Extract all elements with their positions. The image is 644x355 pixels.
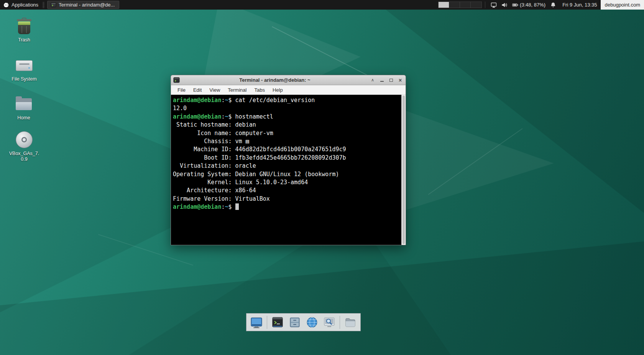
hard-drive-icon [15,56,34,74]
maximize-button[interactable] [388,77,394,83]
window-titlebar[interactable]: Terminal - arindam@debian: ~ ∧ × [171,75,406,85]
terminal-menubar: File Edit View Terminal Tabs Help [171,85,406,95]
desktop-icon-label: File System [7,76,42,82]
top-panel: Applications Terminal - arindam@de... (3… [0,0,644,10]
terminal-launcher-icon[interactable] [271,315,284,330]
file-manager-icon[interactable] [288,315,302,330]
display-icon[interactable] [490,0,498,10]
battery-label: (3:48, 87%) [520,2,545,8]
terminal-prompt-line: arindam@debian:~$ [173,203,400,211]
host-badge: debugpoint.com [601,0,644,10]
terminal-text: arindam@debian:~$ cat /etc/debian_versio… [173,96,400,245]
terminal-app-icon [51,2,56,8]
terminal-output-line: Machine ID: 446d82d2bfcd4d61b0070a247651… [173,145,400,154]
notification-bell-icon[interactable] [549,0,557,10]
terminal-content[interactable]: arindam@debian:~$ cat /etc/debian_versio… [171,95,406,245]
dock-separator [267,316,267,329]
xfce-logo-icon [3,2,9,8]
terminal-output-line: Operating System: Debian GNU/Linux 12 (b… [173,170,400,178]
trash-icon [15,17,34,35]
terminal-output-line: Static hostname: debian [173,121,400,129]
menu-file[interactable]: File [174,86,189,94]
command-text: cat /etc/debian_version [235,97,315,104]
terminal-output-line: Firmware Version: VirtualBox [173,195,400,203]
wallpaper-highlight [428,128,523,195]
desktop-wallpaper: Trash File System Home VBox_GAs_7.0.9 Te… [0,0,644,355]
terminal-output-line: Boot ID: 1fb3efdd425e4665bb726208092d307… [173,154,400,162]
terminal-prompt-line: arindam@debian:~$ hostnamectl [173,113,400,121]
terminal-output-line: Kernel: Linux 5.10.0-23-amd64 [173,178,400,187]
terminal-output-line: Virtualization: oracle [173,162,400,170]
minimize-button[interactable] [379,77,385,83]
panel-clock[interactable]: Fri 9 Jun, 13:35 [559,2,601,8]
menu-edit[interactable]: Edit [190,86,205,94]
terminal-prompt-line: arindam@debian:~$ cat /etc/debian_versio… [173,96,400,104]
workspace-2[interactable] [449,2,460,8]
terminal-app-icon [173,77,180,83]
menu-view[interactable]: View [206,86,223,94]
terminal-scrollbar[interactable] [401,95,406,245]
dock-separator [340,316,340,329]
desktop-icon-home[interactable]: Home [6,95,41,121]
shade-button[interactable]: ∧ [370,77,376,83]
cd-disc-icon [15,130,34,149]
terminal-output-line: Icon name: computer-vm [173,129,400,137]
scrollbar-thumb[interactable] [402,96,405,244]
menu-help[interactable]: Help [269,86,286,94]
workspace-switcher[interactable] [438,2,482,8]
workspace-3[interactable] [460,2,471,8]
terminal-window: Terminal - arindam@debian: ~ ∧ × File Ed… [171,75,406,245]
show-desktop-icon[interactable] [250,315,263,330]
desktop-icon-trash[interactable]: Trash [7,17,42,43]
desktop-icon-vbox-gas[interactable]: VBox_GAs_7.0.9 [7,130,42,162]
terminal-output-line: 12.0 [173,104,400,112]
bottom-dock [246,313,361,331]
web-browser-icon[interactable] [305,315,319,330]
desktop-icon-label: Home [6,115,41,121]
applications-menu-button[interactable]: Applications [0,0,41,10]
folder-launcher-icon[interactable] [343,315,357,330]
terminal-output-line: Architecture: x86-64 [173,187,400,195]
battery-indicator[interactable]: (3:48, 87%) [511,0,546,10]
volume-icon[interactable] [501,0,508,10]
applications-menu-label: Applications [12,2,38,8]
panel-separator [485,2,485,8]
close-button[interactable]: × [397,77,403,83]
system-tray: (3:48, 87%) [488,0,559,10]
taskbar-window-label: Terminal - arindam@de... [59,2,115,8]
panel-handle [42,2,45,8]
desktop-icon-file-system[interactable]: File System [7,56,42,82]
menu-terminal[interactable]: Terminal [224,86,250,94]
command-text: hostnamectl [235,113,273,120]
window-title: Terminal - arindam@debian: ~ [186,77,363,83]
desktop-icon-label: Trash [7,37,42,43]
workspace-4[interactable] [471,2,481,8]
terminal-cursor [235,203,239,210]
terminal-output-line: Chassis: vm ▤ [173,137,400,145]
menu-tabs[interactable]: Tabs [251,86,268,94]
workspace-1[interactable] [439,2,449,8]
taskbar-window-button[interactable]: Terminal - arindam@de... [47,1,119,9]
battery-icon [512,2,518,8]
app-finder-icon[interactable] [322,315,336,330]
home-folder-icon [14,95,33,113]
desktop-icon-label: VBox_GAs_7.0.9 [9,151,39,162]
